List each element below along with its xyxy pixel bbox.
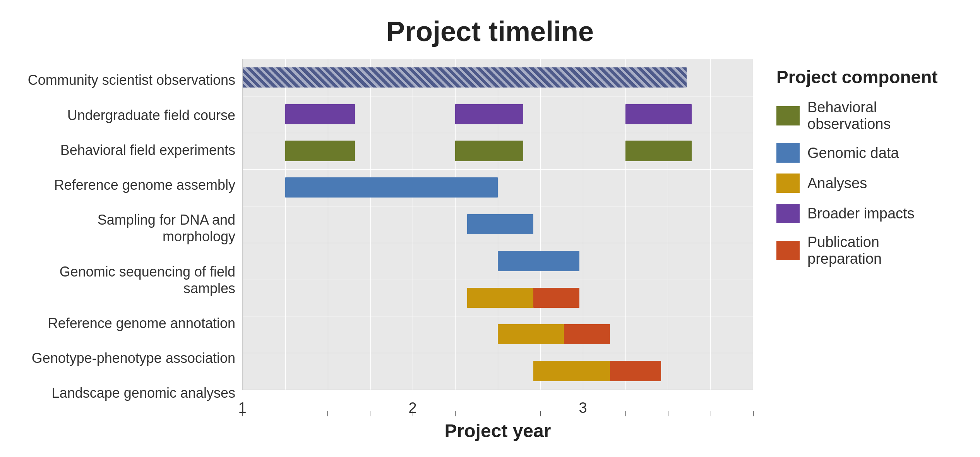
legend-label: Behavioral observations (807, 99, 954, 132)
chart-bar (625, 141, 692, 161)
grid-line-horizontal (243, 96, 753, 96)
x-ticks: 123 (242, 393, 753, 416)
legend-item: Behavioral observations (776, 99, 954, 132)
y-axis-label: Undergraduate field course (26, 107, 242, 124)
legend: Project component Behavioral observation… (753, 59, 954, 442)
legend-swatch (776, 204, 800, 223)
chart-bar (467, 288, 533, 308)
x-tick-mark (455, 411, 456, 416)
chart-bar (564, 324, 610, 344)
y-axis-label: Landscape genomic analyses (26, 385, 242, 401)
grid-line-vertical (753, 59, 753, 390)
y-axis-label: Genotype-phenotype association (26, 350, 242, 366)
grid-line-horizontal (243, 133, 753, 133)
x-axis-title: Project year (242, 420, 753, 442)
legend-swatch (776, 174, 800, 193)
grid-line-horizontal (243, 316, 753, 316)
chart-bar (467, 214, 533, 234)
chart-bar (285, 141, 355, 161)
legend-swatch (776, 106, 800, 125)
x-tick-mark (370, 411, 370, 416)
x-tick-mark (753, 411, 754, 416)
y-axis-label: Behavioral field experiments (26, 142, 242, 158)
chart-bar (498, 324, 564, 344)
chart-bar (625, 104, 692, 124)
grid-line-vertical (710, 59, 711, 390)
x-tick-mark (285, 411, 285, 416)
y-axis-label: Community scientist observations (26, 72, 242, 88)
legend-title: Project component (776, 67, 954, 88)
chart-bar (455, 141, 523, 161)
chart-bar (285, 104, 355, 124)
legend-swatch (776, 143, 800, 163)
chart-container: Project timeline Community scientist obs… (26, 15, 954, 442)
chart-bar (285, 177, 498, 198)
x-tick-label: 1 (238, 400, 246, 416)
legend-items: Behavioral observationsGenomic dataAnaly… (776, 99, 954, 267)
x-tick-mark (668, 411, 668, 416)
plot-and-legend: 123 Project year Project component Behav… (242, 59, 954, 442)
legend-label: Analyses (807, 175, 867, 192)
x-axis: 123 Project year (242, 390, 753, 442)
x-tick-mark (711, 411, 711, 416)
chart-bar (533, 288, 579, 308)
y-axis-label: Sampling for DNA and morphology (26, 211, 242, 245)
legend-label: Publication preparation (807, 234, 954, 267)
chart-title: Project timeline (386, 15, 594, 47)
chart-bar (533, 361, 610, 381)
x-tick-label: 3 (579, 400, 587, 416)
grid-line-horizontal (243, 243, 753, 243)
chart-bar (455, 104, 523, 124)
y-axis-label: Genomic sequencing of field samples (26, 263, 242, 297)
legend-item: Broader impacts (776, 204, 954, 223)
x-tick-mark (327, 411, 328, 416)
chart-body: Community scientist observationsUndergra… (26, 59, 954, 442)
x-tick-label: 2 (408, 400, 416, 416)
y-axis-labels: Community scientist observationsUndergra… (26, 59, 242, 442)
grid-line-horizontal (243, 169, 753, 170)
grid-line-vertical (370, 59, 371, 390)
x-tick-mark (540, 411, 541, 416)
chart-bar (610, 361, 661, 381)
grid-line-vertical (413, 59, 413, 390)
grid-line-horizontal (243, 280, 753, 280)
plot-area-wrapper: 123 Project year (242, 59, 753, 442)
legend-label: Broader impacts (807, 205, 915, 222)
legend-label: Genomic data (807, 145, 899, 161)
plot-area (242, 59, 753, 390)
grid-line-horizontal (243, 206, 753, 206)
legend-item: Genomic data (776, 143, 954, 163)
y-axis-label: Reference genome annotation (26, 315, 242, 332)
x-tick-mark (625, 411, 626, 416)
grid-line-horizontal (243, 353, 753, 353)
chart-bar (243, 67, 687, 88)
legend-swatch (776, 241, 800, 260)
chart-bar (498, 251, 579, 271)
legend-item: Publication preparation (776, 234, 954, 267)
x-tick-mark (498, 411, 498, 416)
legend-item: Analyses (776, 174, 954, 193)
grid-line-vertical (243, 59, 243, 390)
y-axis-label: Reference genome assembly (26, 177, 242, 193)
